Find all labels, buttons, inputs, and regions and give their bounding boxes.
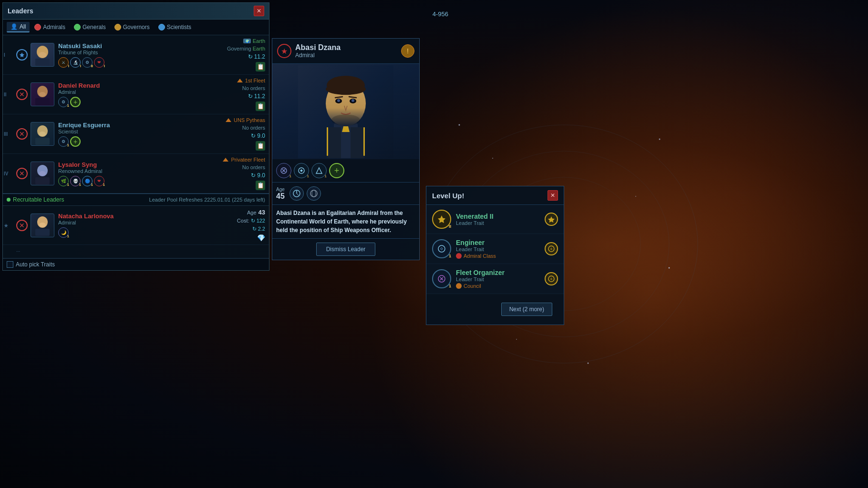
trait-option-fleet-organizer[interactable]: 1 Fleet Organizer Leader Trait Council + [426, 264, 564, 294]
leader-role-2: Admiral [58, 89, 227, 95]
fleet-organizer-name: Fleet Organizer [456, 269, 540, 276]
leader-info-4: Lysalor Syng Renowned Admiral 🌿1 💀1 🔵1 ❤… [58, 161, 222, 186]
status-2: 📋 [256, 102, 265, 111]
fleet-organizer-pick-button[interactable]: + [545, 272, 558, 285]
detail-traits-row: 1 1 1 + [272, 159, 419, 183]
detail-header: ★ Abasi Dzana Admiral ! [272, 39, 419, 64]
svg-marker-20 [237, 79, 243, 82]
trait-add-2[interactable]: + [70, 97, 81, 107]
engineer-level: 1 [449, 254, 451, 258]
venerated-icon: II [432, 210, 451, 229]
leader-traits-1: ⚔I 🔬I ⚙II ❤I [58, 57, 227, 68]
origin-icon [307, 186, 321, 201]
leader-info-2: Daniel Renard Admiral ⚙1 + [58, 82, 227, 107]
admiral-class-label: Admiral Class [464, 253, 496, 259]
recruitable-faction-1: ✕ [16, 220, 28, 231]
detail-trait-add[interactable]: + [329, 163, 344, 178]
energy-value-1: 11.2 [254, 53, 265, 60]
leader-num-3: III [4, 132, 8, 137]
ethics-icon [289, 186, 304, 201]
detail-role: Admiral [295, 52, 397, 59]
svg-rect-31 [35, 229, 50, 236]
next-button[interactable]: Next (2 more) [501, 303, 552, 316]
energy-3: ↻ 9.0 [251, 132, 265, 139]
trait-option-engineer[interactable]: 1 Engineer Leader Trait Admiral Class + [426, 234, 564, 264]
resource-value: 4-956 [433, 10, 448, 18]
recruitable-traits-1: 🌙1 [58, 227, 227, 238]
leader-traits-4: 🌿1 💀1 🔵1 ❤1 [58, 176, 222, 186]
venerated-type: Leader Trait [456, 220, 540, 226]
svg-marker-51 [316, 168, 322, 173]
tab-scientists[interactable]: Scientists [155, 22, 195, 32]
svg-rect-37 [363, 127, 365, 156]
assignment-label-1: Earth [253, 38, 265, 44]
admiral-class-icon [456, 253, 462, 259]
leader-name-1: Natsuki Sasaki [58, 42, 227, 50]
orders-label-2: No orders [242, 85, 265, 91]
leader-item-daniel[interactable]: II ✕ Daniel Renard Admiral ⚙1 + [3, 75, 269, 114]
svg-point-9 [588, 363, 589, 364]
auto-pick-checkbox[interactable] [7, 261, 13, 268]
energy-1: ↻ 11.2 [248, 53, 265, 60]
engineer-pick-button[interactable]: + [545, 242, 558, 255]
svg-text:🌍: 🌍 [245, 39, 249, 43]
detail-bio: Abasi Dzana is an Egalitarian Admiral fr… [272, 204, 419, 239]
leader-num-2: II [4, 92, 7, 97]
svg-point-4 [492, 158, 493, 159]
leader-item-lysalor[interactable]: IV ✕ Lysalor Syng Renowned Admiral 🌿1 💀1… [3, 154, 269, 193]
tab-scientists-label: Scientists [167, 24, 191, 30]
venerated-pick-button[interactable] [545, 213, 558, 226]
recruitable-partial[interactable]: ··· [3, 245, 269, 258]
orders-label-3: No orders [242, 125, 265, 131]
dismiss-leader-button[interactable]: Dismiss Leader [316, 243, 376, 256]
leaders-close-button[interactable]: ✕ [254, 6, 264, 16]
svg-point-40 [326, 83, 366, 95]
venerated-name: Venerated II [456, 213, 540, 220]
recruitable-natacha[interactable]: ★ ✕ Natacha Larlonova Admiral 🌙1 Age 43 … [3, 206, 269, 245]
leader-item-natsuki[interactable]: I Natsuki Sasaki Tribune of Rights ⚔I 🔬I… [3, 35, 269, 75]
tab-generals[interactable]: Generals [70, 22, 110, 32]
leader-faction-2: ✕ [16, 89, 28, 100]
fleet-icon-3 [225, 118, 232, 122]
engineer-sub: Admiral Class [456, 253, 540, 259]
detail-name: Abasi Dzana [295, 43, 397, 52]
svg-point-55 [310, 190, 317, 197]
tab-admirals[interactable]: Admirals [31, 22, 69, 32]
detail-faction-icon: ★ [277, 44, 291, 58]
levelup-close-button[interactable]: ✕ [548, 190, 558, 201]
warning-symbol: ! [407, 47, 409, 55]
tab-governors[interactable]: Governors [111, 22, 154, 32]
engineer-icon: 1 [432, 239, 451, 258]
trait-option-venerated[interactable]: II Venerated II Leader Trait [426, 205, 564, 234]
fleet-label-2: 1st Fleet [245, 78, 265, 83]
svg-point-6 [635, 196, 636, 197]
leader-item-enrique[interactable]: III ✕ Enrique Esguerra Scientist ⚙1 + [3, 114, 269, 154]
tab-generals-label: Generals [83, 24, 106, 30]
recruitable-avatar-1 [31, 214, 54, 237]
status-3: 📋 [256, 141, 265, 151]
tab-all[interactable]: 👤 All [7, 22, 30, 32]
leader-name-4: Lysalor Syng [58, 161, 222, 168]
venerated-text: Venerated II Leader Trait [456, 213, 540, 226]
svg-rect-23 [35, 138, 50, 145]
status-4: 📋 [256, 181, 265, 190]
svg-rect-19 [35, 98, 50, 105]
cost-energy-r1: ↻ 122 [251, 218, 265, 224]
trait-add-3[interactable]: + [70, 136, 81, 147]
tab-scientists-icon [158, 24, 165, 30]
svg-point-7 [669, 267, 670, 269]
venerated-level: II [449, 224, 451, 229]
energy-value-3: 9.0 [257, 132, 265, 139]
trait-detail-lvl-1: 1 [289, 174, 291, 178]
svg-marker-11 [20, 52, 24, 57]
leader-faction-4: ✕ [16, 168, 28, 179]
detail-panel: ★ Abasi Dzana Admiral ! [272, 38, 420, 260]
leader-name-3: Enrique Esguerra [58, 122, 225, 129]
svg-rect-36 [327, 127, 328, 156]
orders-label-4: No orders [242, 164, 265, 170]
council-label: Council [464, 283, 481, 289]
tab-admirals-label: Admirals [43, 24, 65, 30]
energy-2: ↻ 11.2 [248, 93, 265, 100]
status-1: 📋 [256, 62, 265, 71]
leader-info-3: Enrique Esguerra Scientist ⚙1 + [58, 122, 225, 147]
